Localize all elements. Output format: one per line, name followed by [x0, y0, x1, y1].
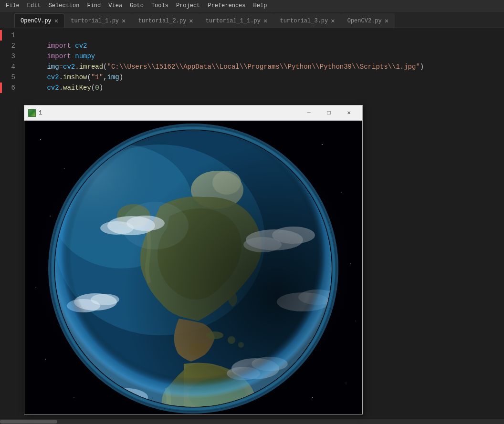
- image-window[interactable]: 1 ─ □ ✕: [24, 105, 363, 414]
- earth-svg: [26, 121, 360, 414]
- tabbar: ◀ ▶ OpenCV.py ✕ turtorial_1.py ✕ turtori…: [0, 11, 504, 28]
- window-icon: [28, 109, 36, 117]
- svg-point-46: [55, 130, 332, 407]
- tab-label-turtorial2: turtorial_2.py: [138, 18, 187, 24]
- menu-goto[interactable]: Goto: [126, 1, 147, 10]
- menu-help[interactable]: Help: [250, 1, 271, 10]
- error-indicator-1: [0, 30, 2, 41]
- tab-close-turtorial2[interactable]: ✕: [189, 17, 193, 25]
- window-title-left: 1: [28, 109, 42, 117]
- window-titlebar: 1 ─ □ ✕: [24, 105, 362, 121]
- tab-turtorial1[interactable]: turtorial_1.py ✕: [64, 13, 132, 28]
- earth-image: [24, 121, 362, 414]
- svg-point-12: [35, 287, 36, 288]
- svg-point-7: [350, 263, 351, 264]
- svg-point-8: [45, 359, 46, 360]
- tab-close-opencv2[interactable]: ✕: [385, 17, 388, 25]
- tab-close-opencv[interactable]: ✕: [54, 17, 58, 25]
- svg-point-10: [312, 397, 313, 398]
- svg-point-49: [122, 202, 189, 249]
- tab-close-turtorial1-1[interactable]: ✕: [263, 17, 267, 25]
- error-indicator-5: [0, 83, 2, 93]
- window-title-text: 1: [39, 109, 42, 116]
- tab-label-turtorial3: turtorial_3.py: [280, 18, 328, 24]
- maximize-button[interactable]: □: [319, 107, 338, 119]
- svg-point-13: [355, 321, 356, 321]
- horizontal-scrollbar[interactable]: [0, 419, 504, 424]
- svg-point-6: [50, 216, 51, 217]
- menu-file[interactable]: File: [2, 1, 23, 10]
- menu-preferences[interactable]: Preferences: [204, 1, 249, 10]
- tab-label-turtorial1: turtorial_1.py: [71, 18, 119, 24]
- tab-opencv-py[interactable]: OpenCV.py ✕: [14, 13, 64, 28]
- scrollbar-thumb-h[interactable]: [0, 420, 57, 424]
- tab-close-turtorial3[interactable]: ✕: [331, 17, 335, 25]
- tab-turtorial3[interactable]: turtorial_3.py ✕: [273, 13, 341, 28]
- line-numbers: 1 2 3 4 5 6: [0, 28, 19, 424]
- tab-label-opencv2: OpenCV2.py: [347, 18, 382, 24]
- menu-project[interactable]: Project: [172, 1, 204, 10]
- svg-point-9: [346, 383, 346, 383]
- menu-selection[interactable]: Selection: [45, 1, 84, 10]
- tab-close-turtorial1[interactable]: ✕: [122, 17, 126, 25]
- window-controls: ─ □ ✕: [299, 107, 358, 119]
- svg-point-2: [40, 139, 41, 140]
- tab-opencv2[interactable]: OpenCV2.py ✕: [341, 13, 395, 28]
- svg-point-3: [64, 168, 65, 169]
- menu-find[interactable]: Find: [83, 1, 105, 10]
- tab-turtorial1-1[interactable]: turtorial_1_1.py ✕: [200, 13, 274, 28]
- svg-point-11: [74, 397, 74, 398]
- code-line-1: import cv2: [23, 30, 504, 41]
- menu-tools[interactable]: Tools: [147, 1, 172, 10]
- minimize-button[interactable]: ─: [299, 107, 318, 119]
- svg-point-5: [341, 192, 342, 193]
- svg-point-4: [322, 144, 323, 145]
- tab-turtorial2[interactable]: turtorial_2.py ✕: [132, 13, 200, 28]
- tab-label-opencv: OpenCV.py: [21, 18, 52, 24]
- close-button[interactable]: ✕: [339, 107, 358, 119]
- code-line-2: import numpy: [23, 41, 504, 51]
- menubar: File Edit Selection Find View Goto Tools…: [0, 0, 504, 11]
- tab-label-turtorial1-1: turtorial_1_1.py: [206, 18, 261, 24]
- menu-view[interactable]: View: [105, 1, 126, 10]
- menu-edit[interactable]: Edit: [23, 1, 45, 10]
